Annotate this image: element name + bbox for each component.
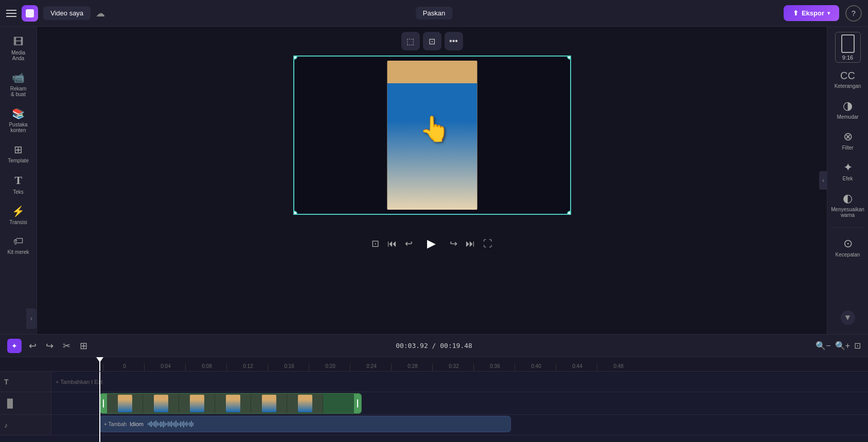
filter-tool[interactable]: ⊗ Filter [830,127,865,154]
speed-tool[interactable]: ⊙ Kecepatan [830,234,865,261]
handle-top-right[interactable] [567,56,571,60]
timecode-display: 00:03.92 / 00:19.48 [396,342,472,349]
fade-label: Memudar [837,114,858,120]
zoom-out-button[interactable]: 🔍− [816,341,830,351]
more-tool-button[interactable]: ••• [445,32,463,50]
handle-bottom-left[interactable] [293,211,297,215]
zoom-fit-button[interactable]: ⊡ [854,341,861,351]
export-button[interactable]: ⬆ Ekspor ▾ [784,5,839,21]
speed-icon: ⊙ [843,237,853,250]
main-area: 🎞 Media Anda 📹 Rekam& buat 📚 Pustakakont… [0,27,868,334]
fullscreen-button[interactable]: ⛶ [483,238,492,249]
effects-tool[interactable]: ✦ Efek [830,158,865,185]
back5-button[interactable]: ↩ [405,238,413,249]
canvas-viewport[interactable]: ↻ [293,56,571,215]
clip-thumb-5 [251,394,287,413]
timeline-area: ✦ ↩ ↪ ✂ ⊞ 00:03.92 / 00:19.48 🔍− 🔍+ ⊡ 0 … [0,334,868,442]
subtitle-toggle-button[interactable]: ⊡ [371,238,379,249]
sidebar-item-library[interactable]: 📚 Pustakakonten [3,103,34,137]
redo-button[interactable]: ↪ [44,338,56,354]
color-tool[interactable]: ◐ Menyesuaikan warna [830,189,865,221]
sidebar-item-template[interactable]: ⊞ Template [3,139,34,168]
handle-top-left[interactable] [293,56,297,60]
fade-icon: ◑ [843,99,853,113]
playhead[interactable] [99,357,100,371]
aspect-ratio-button[interactable]: 9:16 [835,32,861,63]
audio-track-content[interactable]: + Tambah Idiom [51,415,868,435]
skip-forward-button[interactable]: ⏭ [466,238,475,249]
sidebar-item-label-transition: Transisi [9,219,27,225]
help-icon: ? [852,9,856,17]
forward5-button[interactable]: ↪ [450,238,457,249]
video-track-content[interactable] [51,392,868,415]
timeline-toolbar: ✦ ↩ ↪ ✂ ⊞ 00:03.92 / 00:19.48 🔍− 🔍+ ⊡ [0,335,868,357]
video-track-row: ▐▌ [0,392,868,415]
crop-tool-button[interactable]: ⬚ [401,32,420,50]
sidebar-item-record[interactable]: 📹 Rekam& buat [3,67,34,101]
audio-track-row: ♪ + Tambah Idiom [0,415,868,435]
video-clip-item[interactable] [99,393,362,414]
sidebar-item-label-template: Template [8,158,29,163]
divider [830,227,865,228]
right-sidebar-down-button[interactable]: ▼ [841,310,855,325]
paste-tooltip-container: Paskan [416,7,452,20]
cloud-save-icon[interactable]: ☁ [96,8,105,19]
right-sidebar-bottom: ▼ [841,310,855,329]
export-icon: ⬆ [793,9,799,17]
project-name-button[interactable]: Video saya [43,6,91,20]
timeline-tracks: T + Tambahkan t Ext ▐▌ [0,372,868,442]
sidebar-item-media[interactable]: 🎞 Media Anda [3,32,34,65]
add-text-button[interactable]: + Tambahkan t Ext [56,379,102,385]
sidebar-collapse-button[interactable]: › [26,308,37,329]
left-sidebar: 🎞 Media Anda 📹 Rekam& buat 📚 Pustakakont… [0,27,37,334]
zoom-in-button[interactable]: 🔍+ [835,341,850,351]
cut-button[interactable]: ✂ [61,338,73,354]
sidebar-item-transition[interactable]: ⚡ Transisi [3,201,34,229]
ruler-mark-28: 0:28 [391,363,432,371]
add-text-label: + Tambahkan t Ext [56,379,102,385]
record-icon: 📹 [12,71,25,84]
sidebar-item-brand[interactable]: 🏷 Kit merek [3,231,34,259]
clip-thumb-6 [287,394,323,413]
video-track-icon: ▐▌ [4,399,16,408]
fit-tool-button[interactable]: ⊡ [423,32,441,50]
captions-tool[interactable]: CC Keterangan [830,67,865,92]
text-icon: T [14,174,22,187]
color-label: Menyesuaikan warna [831,207,864,218]
ruler-mark-40: 0:40 [515,363,556,371]
handle-bottom-right[interactable] [567,211,571,215]
canvas-toolbar: ⬚ ⊡ ••• [401,32,463,50]
effects-icon: ✦ [843,161,853,174]
fade-tool[interactable]: ◑ Memudar [830,96,865,123]
canvas-area: ⬚ ⊡ ••• ↻ [37,27,827,334]
library-icon: 📚 [12,107,25,120]
clip-thumb-4 [215,394,251,413]
play-button[interactable]: ▶ [421,233,441,254]
sidebar-item-text[interactable]: T Teks [3,170,34,199]
menu-icon[interactable] [6,10,16,17]
undo-button[interactable]: ↩ [27,338,39,354]
ruler-mark-36: 0:36 [473,363,515,371]
clip-thumb-3 [179,394,215,413]
audio-track-icon: ♪ [4,421,8,429]
rewind-button[interactable]: ⏮ [387,238,397,249]
audio-clip-item[interactable]: + Tambah Idiom [99,416,511,432]
clip-handle-left[interactable] [100,394,107,413]
text-track-content[interactable]: + Tambahkan t Ext [51,372,868,392]
app-logo [22,5,38,22]
person-silhouette [387,83,477,210]
ruler-mark-44: 0:44 [556,363,597,371]
magic-tool-button[interactable]: ✦ [7,339,22,353]
timeline-ruler: 0 0:04 0:08 0:12 0:16 0:20 0:24 0:28 0:3… [0,357,868,372]
right-sidebar-collapse-button[interactable]: ‹ [819,171,827,190]
brand-icon: 🏷 [13,235,24,247]
more-icon: ••• [449,36,458,46]
topbar-right: ⬆ Ekspor ▾ ? [784,5,862,22]
text-track-row: T + Tambahkan t Ext [0,372,868,392]
clip-handle-right[interactable] [354,394,361,413]
help-button[interactable]: ? [845,5,862,22]
ruler-mark-0: 0 [103,363,144,371]
sidebar-item-label-media: Media Anda [5,50,32,61]
text-track-label: T [0,372,51,392]
add-clip-button[interactable]: ⊞ [78,338,90,354]
